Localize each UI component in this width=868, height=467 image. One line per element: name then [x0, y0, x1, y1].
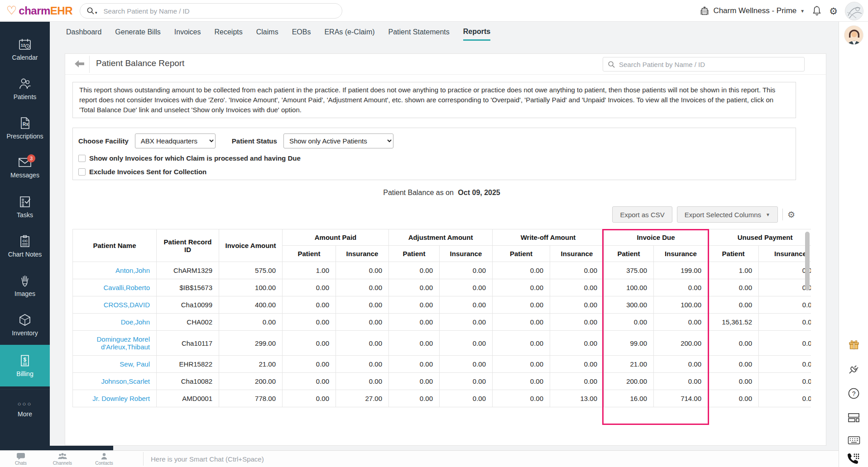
- right-sidebar: ?: [839, 22, 868, 467]
- tab-claims[interactable]: Claims: [256, 25, 278, 40]
- sidebar-item-chart-notes[interactable]: CC Chart Notes: [0, 227, 50, 266]
- practice-name: Charm Wellness - Prime: [713, 6, 796, 15]
- back-button[interactable]: [73, 58, 85, 71]
- sidebar-item-inventory[interactable]: Inventory: [0, 305, 50, 345]
- tab-generate-bills[interactable]: Generate Bills: [115, 25, 161, 40]
- gear-icon: ⚙: [829, 6, 838, 16]
- sidebar-item-tasks[interactable]: Tasks: [0, 187, 50, 227]
- balance-table-container: Patient Name Patient Record ID Invoice A…: [72, 229, 811, 426]
- app-root: ♡ charm EHR ▾: [0, 0, 868, 467]
- account-avatar[interactable]: [845, 2, 863, 20]
- cell-record-id: Cha10117: [157, 331, 219, 356]
- profile-avatar[interactable]: [844, 25, 863, 45]
- global-patient-search[interactable]: ▾: [80, 3, 342, 19]
- cell-writeoff-patient: 0.00: [493, 279, 550, 296]
- tab-patient-statements[interactable]: Patient Statements: [388, 25, 450, 40]
- report-patient-search[interactable]: [603, 57, 805, 71]
- cell-unused-patient: 15,361.52: [708, 314, 759, 331]
- sidebar-label: Billing: [16, 370, 33, 377]
- cell-writeoff-patient: 0.00: [493, 390, 550, 407]
- exclude-collection-checkbox[interactable]: [78, 168, 86, 176]
- patient-name-link[interactable]: CROSS,DAVID: [104, 301, 150, 309]
- sidebar-label: Calendar: [12, 54, 38, 61]
- patient-name-link[interactable]: Cavalli,Roberto: [103, 284, 150, 291]
- cell-due-patient: 16.00: [604, 390, 654, 407]
- dock-contacts-label: Contacts: [95, 461, 113, 466]
- svg-text:Rx: Rx: [23, 122, 29, 127]
- report-search-input[interactable]: [619, 61, 796, 68]
- facility-label: Choose Facility: [78, 137, 129, 145]
- chevron-down-icon: ▼: [766, 212, 770, 217]
- gift-icon[interactable]: [848, 338, 860, 350]
- patient-name-link[interactable]: Johnson,Scarlet: [101, 377, 150, 385]
- notifications-button[interactable]: [812, 5, 822, 16]
- prescriptions-icon: Rx: [19, 117, 31, 129]
- patient-name-link[interactable]: Anton,John: [115, 267, 150, 274]
- subcol-insurance: Insurance: [440, 246, 493, 262]
- claim-processed-checkbox[interactable]: [78, 155, 86, 162]
- chart-notes-icon: CC: [19, 235, 31, 248]
- account-avatar-image: [845, 2, 863, 20]
- patient-name-link[interactable]: Sew, Paul: [120, 360, 150, 368]
- phone-dialer-icon[interactable]: [846, 453, 860, 464]
- tab-eobs[interactable]: EOBs: [292, 25, 311, 40]
- patients-icon: [18, 77, 32, 90]
- cell-adj-insurance: 0.00: [440, 279, 493, 296]
- cell-unused-patient: 0.00: [708, 390, 759, 407]
- channels-group-icon: [58, 453, 67, 460]
- cell-record-id: CHA002: [157, 314, 219, 331]
- tab-invoices[interactable]: Invoices: [174, 25, 201, 40]
- patient-name-link[interactable]: Dominguez Morel d'Arleux,Thibaut: [96, 335, 150, 351]
- table-row: Anton,JohnChARM1329575.001.000.000.000.0…: [73, 262, 811, 279]
- cell-record-id: Cha10099: [157, 296, 219, 314]
- cell-unused-patient: 1.00: [708, 262, 759, 279]
- subcol-insurance: Insurance: [550, 246, 604, 262]
- report-filters: Choose Facility ABX Headquarters Patient…: [72, 128, 796, 180]
- sidebar-item-billing[interactable]: $ Billing: [0, 345, 50, 386]
- dock-chats[interactable]: Chats: [0, 453, 42, 466]
- column-settings-gear-icon[interactable]: ⚙: [787, 210, 795, 219]
- logo-ehr-text: EHR: [50, 5, 72, 17]
- facility-select[interactable]: ABX Headquarters: [135, 133, 216, 148]
- heart-logo-icon: ♡: [6, 5, 17, 16]
- back-arrow-icon: [73, 58, 85, 69]
- cell-due-insurance: 0.00: [654, 279, 708, 296]
- global-search-input[interactable]: [104, 7, 321, 15]
- tab-receipts[interactable]: Receipts: [214, 25, 242, 40]
- cell-due-patient: 99.00: [604, 331, 654, 356]
- help-icon[interactable]: ?: [848, 387, 860, 400]
- tab-eras-e-claim[interactable]: ERAs (e-Claim): [324, 25, 374, 40]
- sidebar-item-images[interactable]: Images: [0, 266, 50, 305]
- practice-switcher[interactable]: Charm Wellness - Prime ▼: [700, 6, 805, 16]
- sidebar-item-messages[interactable]: 3 Messages: [0, 148, 50, 187]
- cell-invoice-amount: 0.00: [219, 314, 283, 331]
- cell-writeoff-insurance: 0.00: [550, 331, 604, 356]
- tab-dashboard[interactable]: Dashboard: [66, 25, 101, 40]
- plug-icon[interactable]: [848, 363, 860, 375]
- keyboard-icon[interactable]: [848, 436, 860, 445]
- dock-channels[interactable]: Channels: [42, 453, 83, 466]
- export-csv-button[interactable]: Export as CSV: [612, 206, 672, 223]
- cell-patient-name: Dominguez Morel d'Arleux,Thibaut: [73, 331, 157, 356]
- charmehr-logo[interactable]: ♡ charm EHR: [6, 5, 74, 17]
- settings-button[interactable]: ⚙: [829, 6, 838, 16]
- profile-avatar-image: [844, 26, 863, 45]
- sidebar-item-prescriptions[interactable]: Rx Prescriptions: [0, 109, 50, 148]
- table-scrollbar[interactable]: [805, 232, 810, 291]
- sidebar-item-calendar[interactable]: 12 Calendar: [0, 30, 50, 69]
- dock-contacts[interactable]: Contacts: [83, 453, 125, 466]
- cell-unused-patient: 0.00: [708, 296, 759, 314]
- export-selected-columns-button[interactable]: Export Selected Columns ▼: [677, 206, 778, 223]
- tab-reports[interactable]: Reports: [463, 25, 490, 41]
- sidebar-item-patients[interactable]: Patients: [0, 69, 50, 109]
- patient-name-link[interactable]: Jr. Downley Robert: [92, 395, 150, 402]
- cell-unused-patient: 0.00: [708, 373, 759, 390]
- layout-widgets-icon[interactable]: [848, 412, 860, 423]
- smart-chat-placeholder[interactable]: Here is your Smart Chat (Ctrl+Space): [151, 455, 264, 463]
- patient-name-link[interactable]: Doe,John: [121, 318, 150, 326]
- cell-adj-patient: 0.00: [389, 314, 440, 331]
- patient-status-select[interactable]: Show only Active Patients: [283, 133, 393, 148]
- sidebar-item-more[interactable]: ○○○ More: [0, 389, 50, 429]
- search-scope-caret-icon[interactable]: ▾: [95, 10, 97, 15]
- clinic-building-icon: [700, 6, 710, 16]
